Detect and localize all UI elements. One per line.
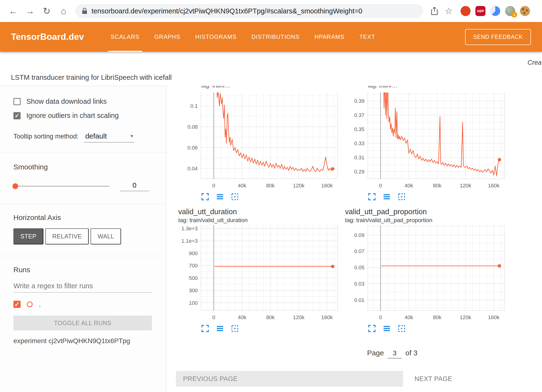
svg-text:0.31: 0.31 [354,155,364,161]
chart-fit-domain-button[interactable] [398,324,406,333]
chevron-down-icon: ▾ [131,133,133,139]
svg-text:120k: 120k [460,183,472,189]
svg-text:0.37: 0.37 [354,112,364,118]
chart-card-valid-utt-duration: valid_utt_duration tag: train/valid_utt_… [178,205,341,334]
chart-fit-domain-button[interactable] [231,193,239,201]
svg-text:120k: 120k [293,183,305,189]
svg-text:40k: 40k [238,183,247,189]
lines-icon [217,195,223,199]
axis-relative-button[interactable]: RELATIVE [45,228,89,244]
svg-text:0.09: 0.09 [354,232,364,238]
home-icon[interactable]: ⌂ [56,6,71,16]
tooltip-sorting-label: Tooltip sorting method: [13,133,79,140]
back-icon[interactable]: ← [6,6,21,16]
tab-histograms[interactable]: HISTOGRAMS [188,22,244,52]
svg-text:0.05: 0.05 [354,265,364,271]
chart-toolbar [201,323,341,334]
previous-page-button[interactable]: PREVIOUS PAGE [176,371,403,387]
run-name: . [39,300,41,308]
pie-extension-icon[interactable] [490,6,500,16]
run-checkbox[interactable]: ✓ [13,301,21,308]
show-download-links-checkbox[interactable] [13,98,21,105]
chart-expand-button[interactable] [201,324,209,333]
chart-title: valid_utt_duration [178,207,341,217]
chart-data-lines-button[interactable] [383,193,391,201]
smoothing-value-input[interactable]: 0 [120,181,149,191]
next-page-button[interactable]: NEXT PAGE [415,375,452,383]
expand-icon [202,325,208,332]
tab-graphs[interactable]: GRAPHS [147,22,188,52]
toggle-all-runs-button[interactable]: TOGGLE ALL RUNS [13,316,152,330]
chart-data-lines-button[interactable] [216,193,224,201]
svg-text:120k: 120k [460,314,472,320]
page-number-input[interactable] [388,349,402,358]
share-icon[interactable] [430,6,438,16]
bookmark-star-icon[interactable]: ☆ [445,6,452,16]
expand-icon [369,194,375,200]
lines-icon [217,327,223,331]
lines-icon [384,327,390,331]
chart-data-lines-button[interactable] [383,324,391,333]
scalar-chart-canvas: 0.290.310.330.350.370.39040k80k120k160k [345,92,508,190]
svg-text:300: 300 [189,288,198,294]
tab-scalars[interactable]: SCALARS [103,22,147,52]
chart-expand-button[interactable] [368,324,376,333]
svg-text:80k: 80k [266,314,275,320]
scalar-chart-canvas: 1003005007009001.1e+31.3e+3040k80k120k16… [178,225,341,322]
svg-text:0.08: 0.08 [187,124,198,130]
svg-text:80k: 80k [433,314,442,320]
svg-text:0: 0 [379,183,382,189]
svg-text:80k: 80k [266,183,275,189]
horizontal-axis-label: Horizontal Axis [13,213,152,222]
axis-wall-button[interactable]: WALL [91,228,121,244]
svg-text:0.33: 0.33 [354,140,364,146]
page-label: Page [367,349,384,357]
chart-fit-domain-button[interactable] [398,193,406,201]
forward-icon[interactable]: → [23,6,37,16]
run-row: ✓ . [13,300,152,308]
svg-text:40k: 40k [405,183,413,189]
cookie-extension-icon[interactable] [520,6,530,16]
chart-expand-button[interactable] [368,193,376,201]
smoothing-slider-thumb[interactable] [12,183,18,189]
adblock-extension-icon[interactable] [461,6,471,16]
badged-extension-icon[interactable]: 1 [505,6,515,16]
svg-text:0.39: 0.39 [354,98,364,104]
ignore-outliers-checkbox[interactable]: ✓ [13,112,21,119]
chart-card-top-right: tag: train/… 0.290.310.330.350.370.39040… [345,86,508,203]
chart-fit-domain-button[interactable] [231,324,239,333]
runs-filter-input[interactable] [13,280,152,293]
svg-text:160k: 160k [321,183,333,189]
chart-tag: tag: train/valid_utt_duration [178,217,341,224]
svg-text:160k: 160k [321,314,333,320]
svg-text:0.35: 0.35 [354,126,364,132]
svg-text:160k: 160k [488,314,500,320]
scalar-chart-canvas: 0.040.060.080.1040k80k120k160k [178,92,341,190]
send-feedback-button[interactable]: SEND FEEDBACK [465,29,531,45]
tensorboard-header: TensorBoard.dev SCALARS GRAPHS HISTOGRAM… [0,22,542,52]
tab-text[interactable]: TEXT [352,22,383,52]
address-bar[interactable]: tensorboard.dev/experiment/cj2vtPiwQHKN9… [75,4,423,18]
axis-step-button[interactable]: STEP [13,228,43,244]
abp-extension-icon[interactable]: ABP [475,6,485,16]
show-download-links-label: Show data download links [26,98,107,105]
svg-text:0: 0 [379,314,382,320]
chart-data-lines-button[interactable] [216,324,224,333]
pagination: Page of 3 [367,349,542,358]
svg-text:160k: 160k [488,183,500,189]
svg-text:0.1: 0.1 [190,103,198,109]
svg-text:500: 500 [189,275,198,281]
chart-expand-button[interactable] [201,193,209,201]
tab-distributions[interactable]: DISTRIBUTIONS [244,22,307,52]
smoothing-slider[interactable] [13,186,109,187]
tooltip-sorting-value: default [85,132,107,140]
svg-text:0.06: 0.06 [187,145,198,151]
runs-label: Runs [13,266,152,274]
lines-icon [384,195,390,199]
charts-main: tag: train/… 0.040.060.080.1040k80k120k1… [166,86,542,392]
settings-sidebar: Show data download links ✓ Ignore outlie… [0,86,166,392]
tab-hparams[interactable]: HPARAMS [307,22,352,52]
page-total-label: of 3 [405,349,417,357]
reload-icon[interactable]: ↻ [39,6,54,16]
tooltip-sorting-select[interactable]: default ▾ [84,132,135,143]
